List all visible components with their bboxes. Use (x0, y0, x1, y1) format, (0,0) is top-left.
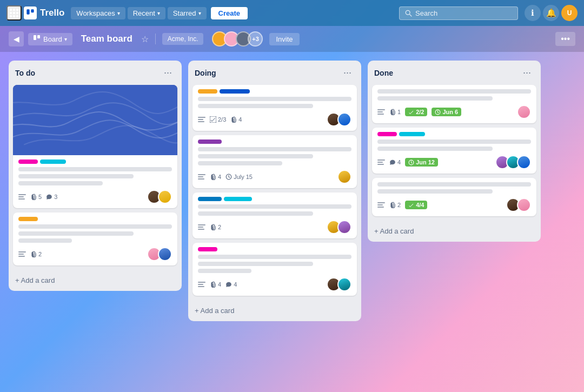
member-avatars: +3 (212, 31, 263, 46)
star-button[interactable]: ☆ (141, 34, 149, 44)
add-card-button-todo[interactable]: + Add a card (9, 272, 182, 289)
card-text-line (198, 255, 351, 259)
hamburger-icon (377, 160, 385, 165)
separator (155, 34, 156, 44)
column-todo-body: 5 3 (9, 83, 182, 272)
card-avatar-blue[interactable] (337, 112, 351, 127)
board-view-button[interactable]: Board ▾ (28, 33, 72, 45)
starred-button[interactable]: Starred ▾ (168, 7, 207, 19)
card-meta-attach: 4 (210, 174, 221, 180)
card-text-line (377, 147, 493, 151)
card-text-line (18, 224, 172, 229)
check-icon (408, 109, 414, 115)
card-doing-1[interactable]: 2/3 4 (193, 85, 357, 131)
card-footer: 1 2/2 Jun 6 (377, 105, 531, 119)
card-footer-left: 2/3 4 (198, 116, 322, 123)
hamburger-icon (377, 202, 385, 208)
column-done-menu-button[interactable]: ··· (520, 66, 534, 79)
svg-line-19 (229, 177, 230, 178)
card-doing-2[interactable]: 4 July 15 (193, 135, 357, 188)
svg-rect-0 (10, 9, 12, 11)
user-avatar[interactable]: U (561, 5, 578, 21)
label-pink (198, 247, 217, 251)
card-text-line (198, 97, 351, 101)
card-meta-comment: 4 (389, 159, 401, 165)
card-text-line (198, 154, 313, 158)
invite-button[interactable]: Invite (269, 33, 299, 45)
label-teal (224, 197, 252, 201)
member-count[interactable]: +3 (248, 31, 263, 46)
more-options-button[interactable]: ••• (555, 32, 575, 46)
card-avatar-blue2[interactable] (517, 155, 531, 169)
svg-rect-4 (13, 12, 15, 14)
board-view-icon (34, 35, 41, 43)
info-button[interactable]: ℹ (525, 5, 541, 21)
workspaces-button[interactable]: Workspaces ▾ (71, 7, 125, 19)
hamburger-icon (198, 282, 205, 287)
board-title: Team board (77, 31, 137, 46)
card-avatar-purple[interactable] (337, 220, 351, 234)
card-avatars (495, 155, 531, 169)
card-meta-date: July 15 (225, 174, 253, 180)
recent-button[interactable]: Recent ▾ (128, 7, 165, 19)
card-done-1[interactable]: 1 2/2 Jun 6 (372, 85, 536, 123)
card-avatar-blue[interactable] (158, 247, 172, 261)
workspace-button[interactable]: Acme, Inc. (162, 33, 204, 45)
card-cover (13, 85, 177, 155)
card-footer: 5 3 (18, 190, 172, 204)
attach-icon (230, 116, 237, 123)
label-blue2 (220, 89, 250, 94)
card-footer: 4 4 (198, 277, 351, 291)
label-cyan (40, 160, 66, 164)
card-footer: 4 July 15 (198, 170, 351, 184)
svg-rect-2 (16, 9, 18, 11)
card-avatar-yellow[interactable] (337, 170, 351, 184)
card-doing-4[interactable]: 4 4 (193, 243, 357, 296)
column-doing-menu-button[interactable]: ··· (340, 66, 355, 79)
card-footer-left: 2 (18, 251, 143, 257)
label-pink (377, 132, 397, 136)
card-meta-attach: 4 (230, 116, 242, 123)
grid-menu-button[interactable] (6, 5, 22, 21)
search-bar[interactable]: Search (399, 6, 518, 20)
hamburger-icon (198, 174, 205, 180)
card-todo-2[interactable]: 2 (13, 212, 177, 265)
card-avatars (327, 220, 351, 234)
notifications-button[interactable]: 🔔 (543, 5, 559, 21)
column-todo-header: To do ··· (9, 61, 182, 83)
add-card-button-done[interactable]: + Add a card (368, 223, 541, 240)
create-button[interactable]: Create (211, 7, 248, 19)
card-footer-left: 4 July 15 (198, 174, 333, 180)
card-text-line (377, 139, 531, 144)
card-footer: 2 (18, 247, 172, 261)
add-card-button-doing[interactable]: + Add a card (188, 302, 361, 319)
card-todo-1[interactable]: 5 3 (13, 85, 177, 208)
card-footer-left: 2 4/4 (377, 201, 502, 209)
card-done-3[interactable]: 2 4/4 (372, 178, 536, 216)
card-avatars (327, 277, 351, 291)
label-cyan (399, 132, 425, 136)
board-area: To do ··· (0, 52, 584, 392)
column-todo-menu-button[interactable]: ··· (161, 66, 175, 79)
svg-point-11 (406, 10, 410, 15)
svg-rect-10 (31, 9, 34, 12)
card-avatars (147, 190, 172, 204)
card-text-line (198, 211, 313, 216)
card-text-line (377, 89, 531, 94)
card-avatar-yellow[interactable] (158, 190, 172, 204)
card-doing-3[interactable]: 2 (193, 192, 357, 238)
card-avatars (517, 105, 531, 119)
card-text-line (18, 231, 134, 236)
card-avatars (147, 247, 172, 261)
card-avatar-teal[interactable] (337, 277, 351, 291)
card-meta-comment: 3 (46, 194, 57, 200)
collapse-sidebar-button[interactable]: ◀ (9, 31, 24, 46)
card-avatar-pink3[interactable] (517, 198, 531, 212)
hamburger-icon (198, 117, 205, 122)
trello-logo[interactable]: Trello (24, 6, 64, 19)
column-done-title: Done (374, 69, 393, 77)
card-done-2[interactable]: 4 Jun 12 (372, 128, 536, 174)
card-avatar-pink2[interactable] (517, 105, 531, 119)
column-todo-title: To do (15, 69, 35, 77)
attach-icon (389, 109, 396, 115)
